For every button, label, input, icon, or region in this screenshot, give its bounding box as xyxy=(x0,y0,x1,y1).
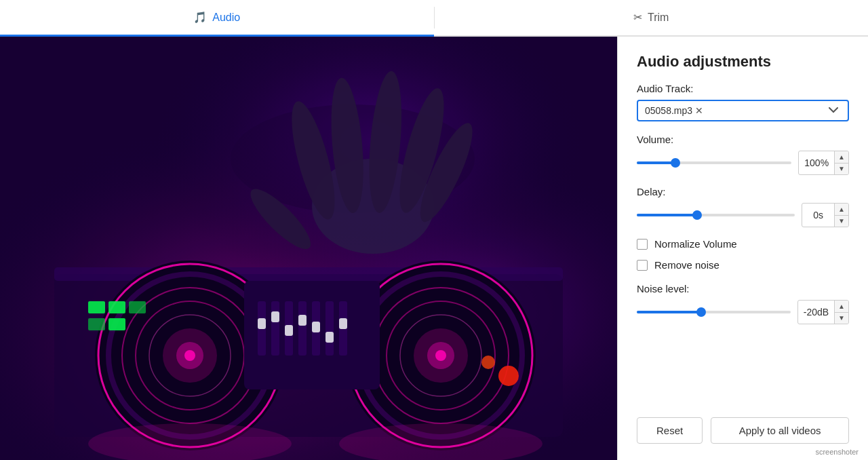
volume-down-button[interactable]: ▼ xyxy=(835,164,848,175)
audio-track-label: Audio Track: xyxy=(637,83,849,94)
volume-row: 100% ▲ ▼ xyxy=(637,151,849,175)
noise-level-down-button[interactable]: ▼ xyxy=(835,313,848,324)
audio-track-container[interactable]: 05058.mp3 ✕ xyxy=(637,100,849,121)
delay-spinners: ▲ ▼ xyxy=(834,204,848,227)
delay-value: 0s xyxy=(802,210,834,221)
delay-label: Delay: xyxy=(637,186,849,197)
noise-level-fill xyxy=(637,311,701,313)
dj-illustration xyxy=(0,37,617,460)
right-panel: Audio adjustments Audio Track: 05058.mp3… xyxy=(617,37,868,460)
noise-level-row: -20dB ▲ ▼ xyxy=(637,300,849,324)
dj-image xyxy=(0,37,617,460)
bottom-buttons: Reset Apply to all videos xyxy=(637,404,849,444)
delay-thumb[interactable] xyxy=(692,210,702,220)
remove-noise-row: Remove noise xyxy=(637,259,849,271)
audio-icon: 🎵 xyxy=(193,11,207,24)
volume-fill xyxy=(637,161,675,164)
tab-audio[interactable]: 🎵 Audio xyxy=(0,0,434,37)
tabs-bar: 🎵 Audio ✂ Trim xyxy=(0,0,868,37)
noise-level-label: Noise level: xyxy=(637,283,849,294)
volume-value-box: 100% ▲ ▼ xyxy=(798,151,849,175)
tab-audio-label: Audio xyxy=(212,12,240,24)
volume-slider[interactable] xyxy=(637,161,791,164)
remove-noise-label: Remove noise xyxy=(654,259,719,271)
svg-rect-54 xyxy=(0,37,617,460)
tag-text: 05058.mp3 xyxy=(645,105,692,116)
noise-level-thumb[interactable] xyxy=(696,307,706,317)
volume-value: 100% xyxy=(799,157,834,168)
audio-track-dropdown[interactable] xyxy=(826,107,841,114)
noise-level-value-box: -20dB ▲ ▼ xyxy=(797,300,849,324)
delay-slider[interactable] xyxy=(637,214,795,216)
main-content: Audio adjustments Audio Track: 05058.mp3… xyxy=(0,37,868,460)
delay-row: 0s ▲ ▼ xyxy=(637,203,849,227)
audio-track-input[interactable] xyxy=(707,105,822,116)
normalize-checkbox[interactable] xyxy=(637,239,648,250)
apply-to-all-videos-button[interactable]: Apply to all videos xyxy=(711,417,849,444)
remove-noise-checkbox[interactable] xyxy=(637,260,648,271)
normalize-row: Normalize Volume xyxy=(637,238,849,250)
noise-level-value: -20dB xyxy=(798,307,834,318)
delay-up-button[interactable]: ▲ xyxy=(835,204,848,216)
panel-title: Audio adjustments xyxy=(637,53,849,71)
volume-spinners: ▲ ▼ xyxy=(834,151,848,174)
delay-value-box: 0s ▲ ▼ xyxy=(802,203,849,227)
delay-fill xyxy=(637,214,697,216)
delay-down-button[interactable]: ▼ xyxy=(835,216,848,227)
tab-trim-label: Trim xyxy=(648,12,669,24)
audio-track-tag: 05058.mp3 ✕ xyxy=(645,105,703,116)
volume-thumb[interactable] xyxy=(671,158,680,168)
volume-up-button[interactable]: ▲ xyxy=(835,151,848,164)
video-panel xyxy=(0,37,617,460)
watermark: screenshoter xyxy=(811,446,863,457)
volume-label: Volume: xyxy=(637,134,849,145)
tab-trim[interactable]: ✂ Trim xyxy=(435,0,869,37)
reset-button[interactable]: Reset xyxy=(637,417,703,444)
tag-close-button[interactable]: ✕ xyxy=(695,106,703,115)
normalize-label: Normalize Volume xyxy=(654,238,737,250)
noise-level-spinners: ▲ ▼ xyxy=(834,301,848,324)
noise-level-slider[interactable] xyxy=(637,311,791,313)
trim-icon: ✂ xyxy=(633,11,642,24)
noise-level-up-button[interactable]: ▲ xyxy=(835,301,848,313)
